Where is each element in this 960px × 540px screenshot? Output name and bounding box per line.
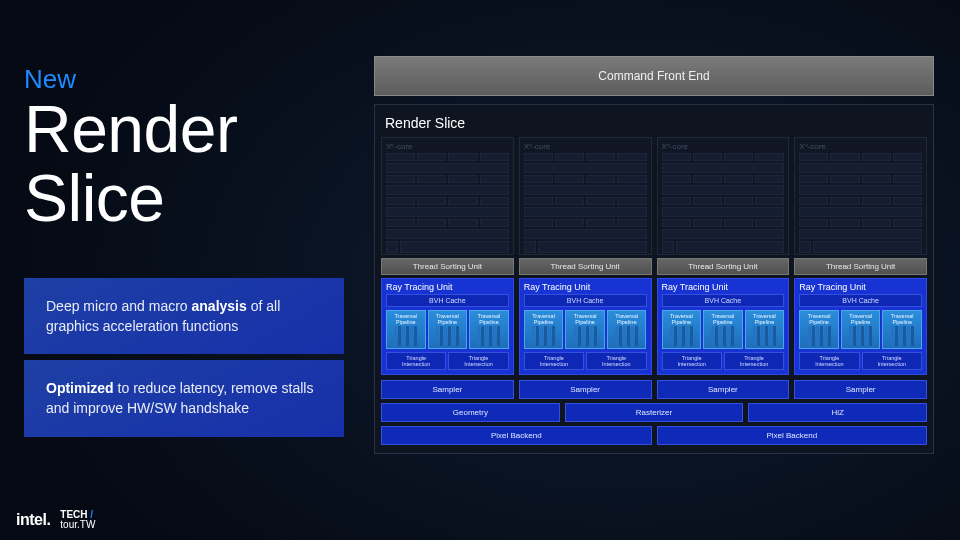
ray-tracing-unit-block: Ray Tracing UnitBVH CacheTraversalPipeli… (657, 278, 790, 375)
left-column: New Render Slice Deep micro and macro an… (24, 64, 344, 437)
ray-tracing-unit-title: Ray Tracing Unit (386, 282, 509, 292)
triangle-intersection-block: TriangleIntersection (662, 352, 722, 370)
cores-row: Xᵉ-coreThread Sorting UnitRay Tracing Un… (381, 137, 927, 375)
triangle-intersection-block: TriangleIntersection (524, 352, 584, 370)
traversal-pipeline-block: TraversalPipeline (703, 310, 743, 349)
xe-core-block: Xᵉ-core (381, 137, 514, 255)
render-slice-container: Render Slice Xᵉ-coreThread Sorting UnitR… (374, 104, 934, 454)
bvh-cache-block: BVH Cache (799, 294, 922, 307)
traversal-pipeline-block: TraversalPipeline (428, 310, 468, 349)
pixel-backend-block: Pixel Backend (381, 426, 652, 445)
core-column: Xᵉ-coreThread Sorting UnitRay Tracing Un… (794, 137, 927, 375)
xe-core-block: Xᵉ-core (657, 137, 790, 255)
sampler-block: Sampler (657, 380, 790, 399)
traversal-pipeline-block: TraversalPipeline (882, 310, 922, 349)
bvh-cache-block: BVH Cache (386, 294, 509, 307)
ray-tracing-unit-block: Ray Tracing UnitBVH CacheTraversalPipeli… (794, 278, 927, 375)
tech-tour-logo: TECH / tour.TW (60, 510, 95, 530)
sampler-block: Sampler (794, 380, 927, 399)
traversal-pipeline-block: TraversalPipeline (565, 310, 605, 349)
xe-core-label: Xᵉ-core (524, 142, 647, 151)
traversal-pipeline-block: TraversalPipeline (524, 310, 564, 349)
traversal-pipeline-block: TraversalPipeline (607, 310, 647, 349)
ray-tracing-unit-block: Ray Tracing UnitBVH CacheTraversalPipeli… (519, 278, 652, 375)
triangle-intersection-block: TriangleIntersection (386, 352, 446, 370)
xe-core-block: Xᵉ-core (519, 137, 652, 255)
triangle-intersection-block: TriangleIntersection (862, 352, 922, 370)
thread-sorting-unit-block: Thread Sorting Unit (794, 258, 927, 275)
xe-core-label: Xᵉ-core (662, 142, 785, 151)
traversal-pipeline-block: TraversalPipeline (799, 310, 839, 349)
ray-tracing-unit-title: Ray Tracing Unit (662, 282, 785, 292)
xe-core-block: Xᵉ-core (794, 137, 927, 255)
sampler-block: Sampler (519, 380, 652, 399)
traversal-pipeline-block: TraversalPipeline (386, 310, 426, 349)
bvh-cache-block: BVH Cache (524, 294, 647, 307)
architecture-diagram: Command Front End Render Slice Xᵉ-coreTh… (374, 56, 934, 454)
footer: intel. TECH / tour.TW (16, 510, 95, 530)
thread-sorting-unit-block: Thread Sorting Unit (657, 258, 790, 275)
page-title: Render Slice (24, 95, 344, 234)
core-column: Xᵉ-coreThread Sorting UnitRay Tracing Un… (657, 137, 790, 375)
traversal-pipeline-block: TraversalPipeline (469, 310, 509, 349)
new-label: New (24, 64, 344, 95)
traversal-pipeline-block: TraversalPipeline (841, 310, 881, 349)
triangle-intersection-block: TriangleIntersection (724, 352, 784, 370)
hiz-block: HiZ (748, 403, 927, 422)
info-box-analysis: Deep micro and macro analysis of all gra… (24, 278, 344, 355)
bottom-blocks-row: Geometry Rasterizer HiZ (381, 403, 927, 422)
render-slice-title: Render Slice (381, 111, 927, 137)
ray-tracing-unit-title: Ray Tracing Unit (524, 282, 647, 292)
ray-tracing-unit-block: Ray Tracing UnitBVH CacheTraversalPipeli… (381, 278, 514, 375)
traversal-pipeline-block: TraversalPipeline (745, 310, 785, 349)
geometry-block: Geometry (381, 403, 560, 422)
samplers-row: SamplerSamplerSamplerSampler (381, 380, 927, 399)
xe-core-label: Xᵉ-core (799, 142, 922, 151)
traversal-pipeline-block: TraversalPipeline (662, 310, 702, 349)
rasterizer-block: Rasterizer (565, 403, 744, 422)
intel-logo: intel. (16, 511, 50, 529)
thread-sorting-unit-block: Thread Sorting Unit (519, 258, 652, 275)
xe-core-label: Xᵉ-core (386, 142, 509, 151)
triangle-intersection-block: TriangleIntersection (586, 352, 646, 370)
core-column: Xᵉ-coreThread Sorting UnitRay Tracing Un… (381, 137, 514, 375)
triangle-intersection-block: TriangleIntersection (799, 352, 859, 370)
command-front-end-block: Command Front End (374, 56, 934, 96)
pixel-backend-row: Pixel Backend Pixel Backend (381, 426, 927, 445)
info-box-optimized: Optimized to reduce latency, remove stal… (24, 360, 344, 437)
ray-tracing-unit-title: Ray Tracing Unit (799, 282, 922, 292)
thread-sorting-unit-block: Thread Sorting Unit (381, 258, 514, 275)
pixel-backend-block: Pixel Backend (657, 426, 928, 445)
bvh-cache-block: BVH Cache (662, 294, 785, 307)
sampler-block: Sampler (381, 380, 514, 399)
triangle-intersection-block: TriangleIntersection (448, 352, 508, 370)
core-column: Xᵉ-coreThread Sorting UnitRay Tracing Un… (519, 137, 652, 375)
